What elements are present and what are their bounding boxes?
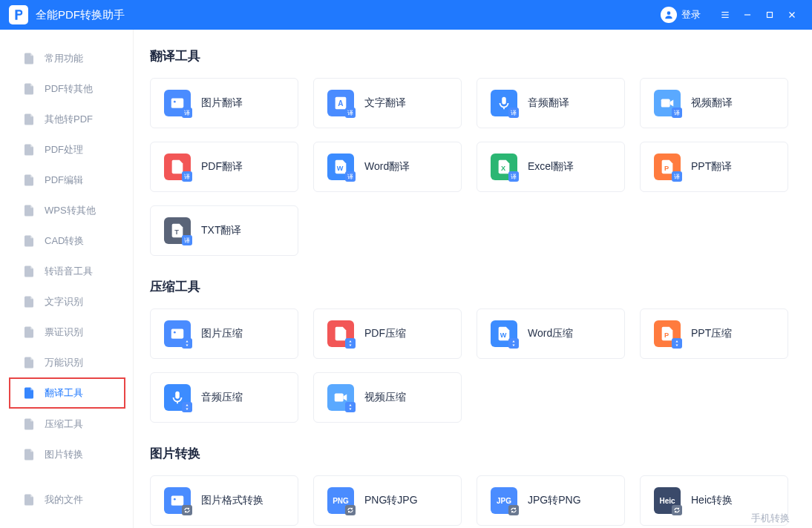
card-label: JPG转PNG [528, 494, 581, 507]
ppt-compress-icon: P [654, 320, 681, 347]
sidebar-item-pdf-to[interactable]: PDF转其他 [0, 73, 133, 104]
sidebar-item-label: 票证识别 [45, 326, 83, 339]
sidebar-item-label: 图片转换 [45, 448, 83, 461]
sidebar-item-cad[interactable]: CAD转换 [0, 225, 133, 256]
section-title-2: 图片转换 [150, 445, 796, 462]
card-label: Excel翻译 [528, 160, 574, 174]
card-text-translate[interactable]: A 译 文字翻译 [313, 78, 462, 128]
sidebar-item-label: PDF处理 [45, 143, 83, 156]
card-image-format[interactable]: 图片格式转换 [150, 475, 298, 526]
sidebar-icon-my-files [22, 493, 36, 506]
card-video-translate[interactable]: 译 视频翻译 [640, 78, 788, 128]
login-button[interactable]: 登录 [681, 8, 701, 22]
main-content: 翻译工具 译 图片翻译 A 译 文字翻译 译 音频翻译 [134, 30, 812, 528]
card-ppt-translate[interactable]: P 译 PPT翻译 [640, 142, 788, 192]
sidebar-item-ocr[interactable]: 文字识别 [0, 286, 133, 317]
icon-badge: 译 [508, 108, 519, 118]
app-title: 全能PDF转换助手 [36, 8, 661, 22]
sidebar-icon-speech [22, 265, 36, 278]
svg-point-25 [174, 498, 176, 501]
audio-compress-icon [164, 384, 191, 411]
card-label: TXT翻译 [201, 224, 241, 237]
maximize-button[interactable] [759, 0, 781, 30]
sidebar-item-pdf-process[interactable]: PDF处理 [0, 134, 133, 165]
sidebar-item-label: 文字识别 [45, 295, 83, 308]
icon-badge [508, 505, 519, 515]
sidebar-item-label: 压缩工具 [45, 418, 83, 431]
sidebar-item-translate[interactable]: 翻译工具 [9, 377, 125, 409]
sidebar-item-pdf-edit[interactable]: PDF编辑 [0, 165, 133, 195]
image-compress-icon [164, 320, 191, 347]
mobile-convert-link[interactable]: 手机转换 [751, 512, 790, 525]
sidebar-item-label: 转语音工具 [45, 265, 93, 278]
icon-badge: 译 [672, 171, 682, 182]
titlebar: 全能PDF转换助手 登录 [0, 0, 812, 30]
section-title-0: 翻译工具 [150, 47, 796, 65]
sidebar-icon-image-convert [22, 448, 36, 461]
icon-badge [345, 505, 356, 515]
card-pdf-translate[interactable]: 译 PDF翻译 [150, 142, 298, 192]
card-excel-translate[interactable]: X 译 Excel翻译 [477, 142, 625, 192]
card-image-compress[interactable]: 图片压缩 [150, 308, 298, 359]
card-pdf-compress[interactable]: PDF压缩 [313, 308, 462, 359]
svg-text:W: W [337, 165, 344, 172]
card-audio-compress[interactable]: 音频压缩 [150, 372, 298, 423]
sidebar-item-speech[interactable]: 转语音工具 [0, 256, 133, 286]
sidebar-item-compress[interactable]: 压缩工具 [0, 409, 133, 439]
excel-translate-icon: X 译 [491, 154, 517, 180]
video-compress-icon [327, 384, 354, 411]
card-word-translate[interactable]: W 译 Word翻译 [313, 142, 462, 192]
svg-text:W: W [500, 331, 507, 339]
svg-text:A: A [338, 99, 344, 108]
menu-button[interactable] [714, 0, 736, 30]
app-logo-icon [9, 5, 28, 24]
card-label: 图片格式转换 [201, 494, 263, 507]
card-video-compress[interactable]: 视频压缩 [313, 372, 462, 423]
sidebar-item-wps[interactable]: WPS转其他 [0, 195, 133, 225]
card-label: Heic转换 [691, 494, 733, 507]
card-image-translate[interactable]: 译 图片翻译 [150, 78, 298, 128]
jpg-to-png-icon: JPG [491, 487, 517, 514]
sidebar-item-label: CAD转换 [45, 234, 84, 248]
pdf-compress-icon [327, 320, 354, 347]
sidebar-item-common[interactable]: 常用功能 [0, 43, 133, 73]
sidebar-item-label: PDF转其他 [45, 82, 93, 96]
icon-badge [345, 402, 356, 412]
svg-rect-13 [661, 99, 670, 108]
user-avatar-icon[interactable] [661, 7, 677, 23]
sidebar-item-my-files[interactable]: 我的文件 [0, 484, 133, 515]
section-title-1: 压缩工具 [150, 278, 796, 295]
svg-point-19 [174, 331, 176, 334]
image-translate-icon: 译 [164, 90, 191, 116]
svg-rect-23 [335, 394, 344, 402]
word-translate-icon: W 译 [327, 154, 354, 180]
word-compress-icon: W [491, 320, 517, 347]
card-jpg-to-png[interactable]: JPG JPG转PNG [477, 475, 625, 526]
heic-convert-icon: Heic [654, 487, 681, 514]
card-label: 音频翻译 [528, 96, 569, 110]
sidebar-item-label: 万能识别 [45, 356, 83, 369]
card-label: 视频翻译 [691, 96, 733, 110]
sidebar-icon-pdf-process [22, 143, 36, 156]
card-label: 图片压缩 [201, 327, 243, 340]
minimize-button[interactable] [736, 0, 759, 30]
icon-badge: 译 [508, 171, 519, 182]
card-label: PPT压缩 [691, 327, 732, 340]
sidebar-item-universal[interactable]: 万能识别 [0, 347, 133, 377]
card-png-to-jpg[interactable]: PNG PNG转JPG [313, 475, 462, 526]
card-label: PNG转JPG [364, 494, 418, 507]
card-ppt-compress[interactable]: P PPT压缩 [640, 308, 788, 359]
sidebar: 常用功能PDF转其他其他转PDFPDF处理PDF编辑WPS转其他CAD转换转语音… [0, 30, 134, 528]
image-format-icon [164, 487, 191, 514]
pdf-translate-icon: 译 [164, 154, 191, 180]
card-txt-translate[interactable]: T 译 TXT翻译 [150, 205, 298, 256]
icon-badge: 译 [345, 108, 356, 118]
sidebar-item-image-convert[interactable]: 图片转换 [0, 439, 133, 469]
card-audio-translate[interactable]: 译 音频翻译 [477, 78, 625, 128]
sidebar-item-ticket[interactable]: 票证识别 [0, 317, 133, 347]
card-word-compress[interactable]: W Word压缩 [477, 308, 625, 359]
sidebar-item-to-pdf[interactable]: 其他转PDF [0, 104, 133, 134]
icon-badge [182, 505, 192, 515]
icon-badge: 译 [182, 108, 192, 118]
close-button[interactable] [781, 0, 803, 30]
